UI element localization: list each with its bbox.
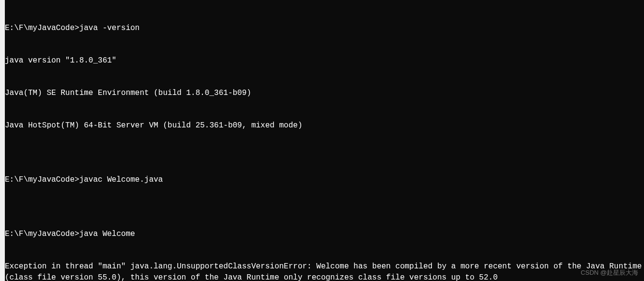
terminal-line: java version "1.8.0_361" xyxy=(5,55,644,66)
terminal-line: E:\F\myJavaCode>java -version xyxy=(5,23,644,33)
watermark-text: CSDN @赴星辰大海 xyxy=(581,268,638,277)
terminal-line: Java(TM) SE Runtime Environment (build 1… xyxy=(5,88,644,98)
terminal-line: Java HotSpot(TM) 64-Bit Server VM (build… xyxy=(5,120,644,131)
terminal-line: Exception in thread "main" java.lang.Uns… xyxy=(5,261,644,281)
sidebar-artifact xyxy=(0,0,5,281)
terminal-output[interactable]: E:\F\myJavaCode>java -version java versi… xyxy=(5,1,644,281)
terminal-line: E:\F\myJavaCode>java Welcome xyxy=(5,229,644,239)
terminal-line: E:\F\myJavaCode>javac Welcome.java xyxy=(5,174,644,185)
